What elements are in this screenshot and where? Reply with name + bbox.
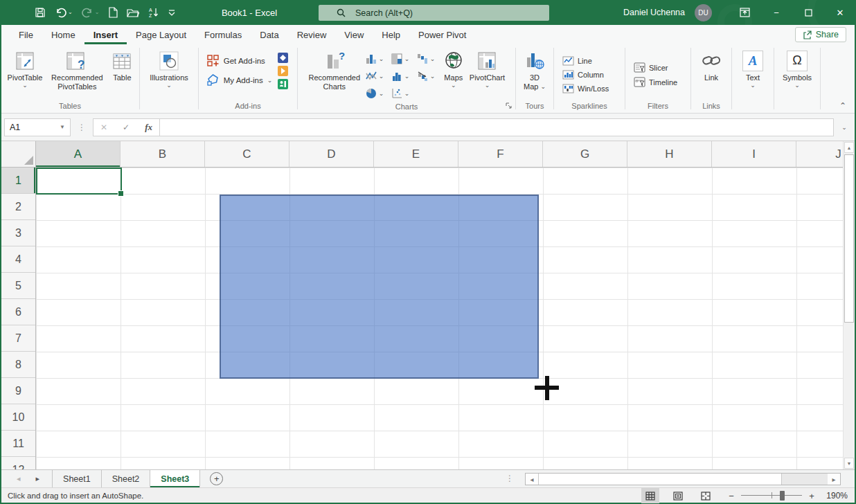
customize-qat-button[interactable]	[168, 9, 175, 16]
horizontal-scrollbar-track[interactable]	[782, 474, 828, 485]
insert-line-chart-button[interactable]: ⌄	[364, 67, 389, 84]
slicer-button[interactable]: Slicer	[630, 61, 672, 74]
symbols-button[interactable]: Ω Symbols ⌄	[780, 46, 814, 88]
sheet-tab-sheet2[interactable]: Sheet2	[102, 470, 151, 487]
undo-button[interactable]: ⌄	[55, 7, 73, 18]
cancel-icon[interactable]: ✕	[100, 123, 107, 132]
redo-button[interactable]: ⌄	[82, 7, 100, 18]
formula-input[interactable]	[160, 118, 834, 136]
tab-help[interactable]: Help	[373, 25, 409, 44]
text-button[interactable]: A Text ⌄	[740, 46, 766, 88]
tab-data[interactable]: Data	[251, 25, 287, 44]
insert-histogram-chart-button[interactable]: ⌄	[389, 67, 415, 84]
tab-insert[interactable]: Insert	[84, 25, 127, 44]
people-graph-addin-icon[interactable]	[278, 79, 288, 89]
chevron-down-icon[interactable]: ▼	[60, 124, 65, 130]
column-header-e[interactable]: E	[374, 141, 458, 167]
recommended-charts-button[interactable]: ? Recommended Charts	[305, 46, 364, 91]
get-addins-button[interactable]: Get Add-ins	[206, 54, 272, 67]
column-header-h[interactable]: H	[627, 141, 712, 167]
column-header-c[interactable]: C	[205, 141, 289, 167]
insert-waterfall-chart-button[interactable]: ⌄	[415, 50, 440, 67]
row-header-3[interactable]: 3	[1, 220, 35, 246]
ribbon-display-options-button[interactable]	[729, 0, 760, 25]
my-addins-button[interactable]: My Add-ins ⌄	[206, 73, 272, 87]
pivotchart-button[interactable]: PivotChart ⌄	[467, 46, 508, 88]
column-header-j[interactable]: J	[796, 141, 843, 167]
insert-scatter-chart-button[interactable]: ⌄	[389, 84, 415, 102]
zoom-level[interactable]: 190%	[819, 491, 848, 501]
sheet-tab-sheet3[interactable]: Sheet3	[150, 470, 200, 487]
insert-function-icon[interactable]: fx	[145, 122, 152, 133]
charts-dialog-launcher[interactable]	[506, 102, 512, 111]
row-header-7[interactable]: 7	[1, 325, 35, 352]
row-header-9[interactable]: 9	[1, 378, 35, 404]
tab-formulas[interactable]: Formulas	[195, 25, 251, 44]
next-sheet-button[interactable]: ▸	[36, 474, 40, 483]
tab-view[interactable]: View	[335, 25, 373, 44]
search-input[interactable]: Search (Alt+Q)	[319, 5, 549, 21]
cells-grid[interactable]	[36, 168, 843, 469]
tab-file[interactable]: File	[10, 25, 42, 44]
horizontal-scrollbar-thumb[interactable]	[538, 474, 782, 485]
insert-hierarchy-chart-button[interactable]: ⌄	[389, 50, 415, 67]
horizontal-scrollbar[interactable]: ◂ ▸	[525, 473, 841, 485]
row-header-4[interactable]: 4	[1, 246, 35, 273]
page-layout-view-button[interactable]	[669, 488, 687, 503]
table-button[interactable]: Table	[109, 46, 135, 82]
formula-bar-splitter[interactable]: ⋮	[71, 123, 93, 132]
maximize-button[interactable]	[792, 0, 824, 25]
pivottable-button[interactable]: PivotTable ⌄	[5, 46, 46, 88]
maps-button[interactable]: Maps ⌄	[440, 46, 467, 88]
page-break-preview-button[interactable]	[697, 488, 715, 503]
sparkline-winloss-button[interactable]: Win/Loss	[559, 82, 612, 95]
vertical-scrollbar-thumb[interactable]	[844, 154, 854, 323]
illustrations-button[interactable]: Illustrations ⌄	[147, 46, 191, 88]
insert-pie-chart-button[interactable]: ⌄	[364, 84, 389, 102]
row-header-2[interactable]: 2	[1, 194, 35, 220]
share-button[interactable]: Share	[795, 27, 846, 42]
zoom-in-button[interactable]: +	[805, 491, 819, 501]
recommended-pivottables-button[interactable]: ? Recommended PivotTables	[45, 46, 109, 91]
expand-formula-bar-icon[interactable]: ⌄	[837, 124, 852, 131]
scroll-right-button[interactable]: ▸	[828, 474, 840, 485]
zoom-slider[interactable]	[741, 488, 802, 503]
scroll-up-button[interactable]: ▲	[844, 142, 854, 153]
link-button[interactable]: Link	[698, 46, 724, 82]
user-name[interactable]: Daniel Uchenna	[623, 8, 685, 17]
row-header-11[interactable]: 11	[1, 431, 35, 457]
drawn-rectangle-shape[interactable]	[220, 195, 539, 379]
minimize-button[interactable]: −	[760, 0, 792, 25]
3d-map-button[interactable]: 3D Map ⌄	[521, 46, 549, 91]
sparkline-line-button[interactable]: Line	[559, 55, 596, 67]
row-header-1[interactable]: 1	[1, 168, 35, 194]
open-file-button[interactable]	[127, 8, 139, 18]
scroll-down-button[interactable]: ▼	[844, 458, 854, 469]
visio-addin-icon[interactable]	[278, 53, 288, 63]
column-header-b[interactable]: B	[121, 141, 205, 167]
row-header-12[interactable]: 12	[1, 457, 35, 469]
tab-home[interactable]: Home	[42, 25, 84, 44]
vertical-scrollbar[interactable]: ▲ ▼	[843, 141, 855, 469]
scroll-left-button[interactable]: ◂	[526, 474, 538, 485]
close-button[interactable]: ✕	[824, 0, 856, 25]
insert-column-chart-button[interactable]: ⌄	[364, 50, 389, 67]
selected-cell-a1[interactable]	[36, 168, 122, 195]
tab-review[interactable]: Review	[288, 25, 336, 44]
bing-maps-addin-icon[interactable]	[278, 66, 288, 76]
select-all-button[interactable]	[1, 141, 36, 168]
column-header-a[interactable]: A	[36, 141, 121, 167]
collapse-ribbon-button[interactable]: ⌃	[839, 101, 846, 111]
sheet-tab-sheet1[interactable]: Sheet1	[53, 470, 102, 487]
save-button[interactable]	[35, 7, 46, 18]
new-sheet-button[interactable]: +	[210, 472, 223, 485]
prev-sheet-button[interactable]: ◂	[17, 474, 21, 483]
row-header-6[interactable]: 6	[1, 299, 35, 325]
name-box[interactable]: A1 ▼	[4, 118, 71, 136]
insert-combo-chart-button[interactable]: ⌄	[415, 67, 440, 84]
tab-power-pivot[interactable]: Power Pivot	[409, 25, 475, 44]
tab-page-layout[interactable]: Page Layout	[127, 25, 195, 44]
enter-icon[interactable]: ✓	[123, 123, 130, 132]
row-header-10[interactable]: 10	[1, 404, 35, 431]
row-header-8[interactable]: 8	[1, 352, 35, 378]
